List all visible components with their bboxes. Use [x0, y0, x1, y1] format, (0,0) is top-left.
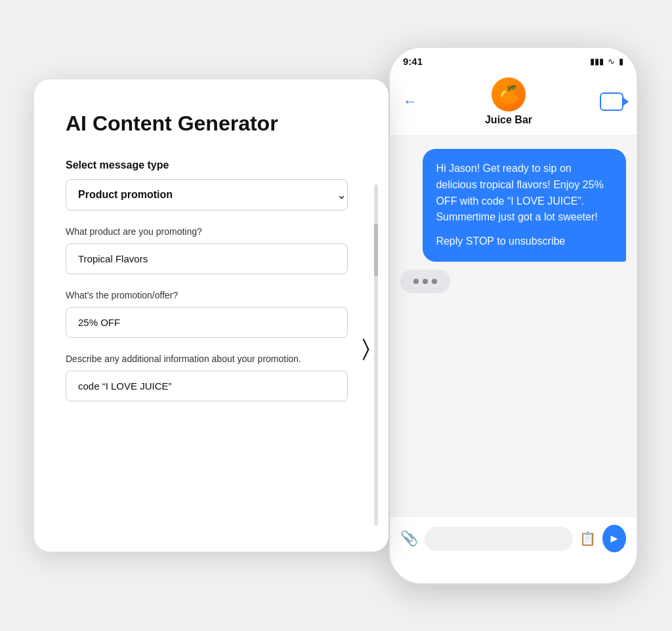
contact-name: Juice Bar: [485, 114, 532, 126]
typing-dot-1: [413, 279, 419, 284]
send-icon: ►: [608, 532, 620, 546]
chat-input-area: 📎 📋 ►: [390, 516, 637, 560]
chat-body: Hi Jason! Get ready to sip on delicious …: [390, 136, 637, 516]
send-button[interactable]: ►: [602, 525, 626, 552]
promotion-input[interactable]: [66, 307, 348, 338]
message-bubble: Hi Jason! Get ready to sip on delicious …: [423, 149, 626, 262]
contact-avatar: 🍊: [492, 77, 526, 112]
additional-input[interactable]: [66, 371, 348, 401]
product-input[interactable]: [66, 243, 348, 274]
signal-icon: ▮▮▮: [590, 56, 604, 66]
chat-header: ← 🍊 Juice Bar: [390, 71, 637, 136]
ai-card-title: AI Content Generator: [66, 111, 357, 136]
back-icon[interactable]: ←: [403, 93, 417, 110]
chat-text-input[interactable]: [425, 527, 573, 551]
scrollbar-thumb[interactable]: [374, 224, 378, 276]
phone-status-icons: ▮▮▮ ∿ ▮: [590, 56, 623, 66]
phone-status-bar: 9:41 ▮▮▮ ∿ ▮: [390, 48, 637, 71]
wifi-icon: ∿: [608, 56, 615, 66]
battery-icon: ▮: [619, 56, 623, 66]
additional-label: Describe any additional information abou…: [66, 354, 357, 364]
message-type-select-wrapper[interactable]: Product promotion ⌄: [66, 179, 357, 211]
chat-contact-info: 🍊 Juice Bar: [485, 77, 532, 126]
typing-dot-3: [432, 279, 437, 284]
typing-dot-2: [423, 279, 428, 284]
copy-icon[interactable]: 📋: [579, 531, 596, 546]
message-type-select[interactable]: Product promotion: [66, 179, 348, 211]
ai-content-generator-card: AI Content Generator Select message type…: [34, 79, 388, 552]
promotion-label: What's the promotion/offer?: [66, 290, 357, 300]
video-call-icon[interactable]: [600, 92, 623, 111]
message-text-main: Hi Jason! Get ready to sip on delicious …: [436, 161, 613, 226]
phone-time: 9:41: [403, 56, 423, 67]
typing-indicator: [400, 270, 450, 293]
phone-mockup: 9:41 ▮▮▮ ∿ ▮ ← 🍊 Juice Bar Hi Jason! Get…: [388, 47, 638, 584]
message-text-stop: Reply STOP to unsubscribe: [436, 234, 613, 250]
message-type-label: Select message type: [66, 159, 357, 171]
cursor-hand-icon: 〉: [362, 335, 664, 361]
attach-icon[interactable]: 📎: [400, 530, 418, 547]
product-label: What product are you promoting?: [66, 226, 357, 237]
